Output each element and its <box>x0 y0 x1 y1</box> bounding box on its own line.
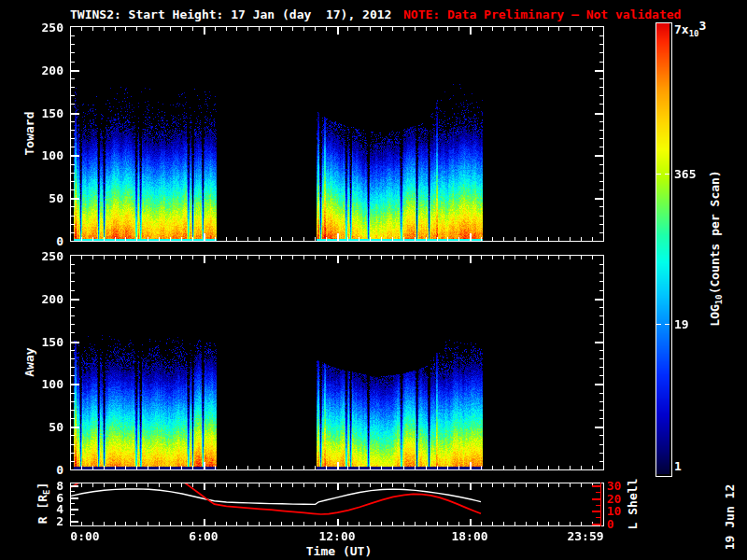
axis-tick <box>514 522 515 525</box>
axis-tick <box>247 522 248 525</box>
axis-tick <box>470 483 472 490</box>
colorbar-canvas <box>656 23 669 474</box>
axis-tick <box>392 237 393 241</box>
axis-tick <box>447 466 448 469</box>
axis-tick <box>458 256 459 259</box>
axis-tick <box>595 70 603 72</box>
colorbar-min-label: 1 <box>674 459 682 473</box>
axis-tick <box>492 522 493 525</box>
axis-tick <box>81 466 82 469</box>
toward-spectrogram-canvas <box>71 27 603 241</box>
axis-tick <box>71 509 78 511</box>
axis-tick <box>226 522 227 525</box>
axis-tick <box>447 27 448 31</box>
axis-tick <box>136 483 137 487</box>
axis-tick <box>558 522 559 525</box>
axis-tick <box>148 237 148 241</box>
axis-tick <box>115 483 116 487</box>
axis-tick <box>92 237 93 241</box>
axis-tick <box>492 483 493 487</box>
axis-tick <box>247 466 248 469</box>
axis-tick <box>303 466 304 469</box>
axis-tick <box>170 256 171 259</box>
axis-tick <box>247 237 248 241</box>
axis-tick <box>595 155 603 157</box>
axis-tick <box>458 27 459 31</box>
axis-tick <box>599 358 603 359</box>
axis-tick <box>595 113 603 115</box>
axis-tick <box>281 483 282 487</box>
axis-tick <box>548 483 549 487</box>
axis-tick <box>481 483 482 487</box>
date-stamp: 19 Jun 12 <box>723 484 737 550</box>
axis-tick <box>303 483 304 487</box>
axis-tick <box>81 483 82 487</box>
axis-tick <box>392 256 393 259</box>
axis-tick <box>81 522 82 525</box>
axis-tick <box>71 62 75 63</box>
axis-tick <box>326 237 327 241</box>
axis-tick <box>503 522 504 525</box>
axis-tick <box>426 27 427 31</box>
axis-tick <box>370 256 371 259</box>
axis-tick <box>170 483 171 487</box>
axis-tick <box>359 483 359 487</box>
axis-tick <box>581 483 582 487</box>
lshell-tick-label: 20 <box>607 492 622 506</box>
axis-tick <box>236 466 237 469</box>
axis-tick <box>347 483 348 487</box>
axis-tick <box>337 462 339 469</box>
axis-tick <box>581 27 582 31</box>
axis-tick <box>326 256 327 259</box>
axis-tick <box>537 237 538 241</box>
axis-tick <box>359 256 359 259</box>
axis-tick <box>71 435 75 436</box>
axis-tick <box>599 52 603 53</box>
axis-tick <box>599 453 603 454</box>
axis-tick <box>403 256 404 259</box>
axis-tick <box>71 497 78 499</box>
axis-tick <box>570 466 571 469</box>
r-line <box>71 489 481 505</box>
axis-tick <box>599 78 603 79</box>
axis-tick <box>470 519 472 525</box>
axis-tick <box>599 138 603 139</box>
axis-tick <box>71 189 75 190</box>
y-tick-label: 150 <box>7 335 63 349</box>
axis-tick <box>226 483 227 487</box>
axis-tick <box>71 315 75 316</box>
axis-tick <box>81 27 82 31</box>
axis-tick <box>381 522 382 525</box>
axis-tick <box>148 522 148 525</box>
axis-tick <box>136 522 137 525</box>
axis-tick <box>337 519 339 525</box>
axis-tick <box>426 237 427 241</box>
axis-tick <box>192 27 193 31</box>
axis-tick <box>596 517 600 518</box>
time-axis-title: Time (UT) <box>306 544 372 558</box>
axis-tick <box>526 483 527 487</box>
axis-tick <box>548 27 549 31</box>
axis-tick <box>71 332 75 333</box>
axis-tick <box>437 27 438 31</box>
axis-tick <box>71 427 79 428</box>
axis-tick <box>215 27 216 31</box>
axis-tick <box>599 206 603 207</box>
axis-tick <box>181 237 182 241</box>
axis-tick <box>170 27 171 31</box>
axis-tick <box>71 503 75 504</box>
axis-tick <box>599 130 603 131</box>
axis-tick <box>599 173 603 174</box>
x-tick-label: 12:00 <box>318 529 355 543</box>
axis-tick <box>170 237 171 241</box>
axis-tick <box>426 256 427 259</box>
axis-tick <box>470 27 472 35</box>
axis-tick <box>281 466 282 469</box>
axis-tick <box>292 237 293 241</box>
axis-tick <box>292 483 293 487</box>
axis-tick <box>599 401 603 402</box>
axis-tick <box>514 27 515 31</box>
axis-tick <box>581 256 582 259</box>
axis-tick <box>599 104 603 105</box>
axis-tick <box>71 147 75 147</box>
